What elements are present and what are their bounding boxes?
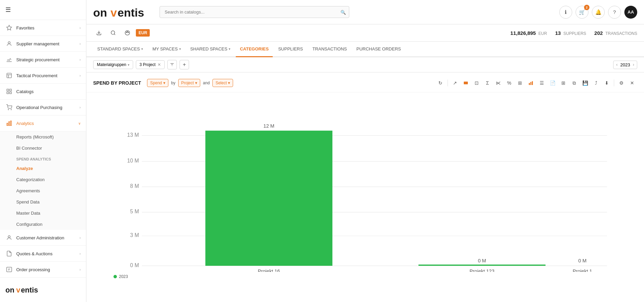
svg-text:0 M: 0 M — [478, 258, 486, 263]
download-toolbar-button[interactable] — [93, 27, 105, 39]
remove-filter-button[interactable]: ✕ — [158, 62, 161, 67]
pivot-button[interactable]: ⧉ — [569, 78, 579, 88]
info-button[interactable]: ℹ — [559, 6, 572, 19]
sidebar-item-tactical-label: Tactical Procurement — [16, 73, 80, 78]
bar-projekt123[interactable] — [418, 264, 545, 266]
tab-my-spaces[interactable]: MY SPACES ▾ — [148, 42, 185, 57]
sidebar-item-order-processing[interactable]: Order processing › — [0, 262, 86, 278]
svg-rect-6 — [10, 92, 12, 94]
currency-badge[interactable]: EUR — [136, 29, 150, 37]
bar-color-button[interactable] — [461, 78, 471, 88]
svg-rect-11 — [11, 121, 12, 126]
svg-rect-5 — [7, 92, 8, 94]
year-nav-control: ‹ 2023 › — [613, 61, 637, 69]
sidebar-sub-analyze[interactable]: Analyze — [0, 163, 86, 174]
palette-toolbar-button[interactable] — [122, 27, 133, 39]
strategic-icon — [5, 56, 13, 63]
sidebar-item-customer-label: Customer Administration — [16, 235, 80, 240]
favorites-icon — [5, 24, 13, 31]
tab-standard-spaces[interactable]: STANDARD SPACES ▾ — [93, 42, 147, 57]
crop-button[interactable]: ⊡ — [472, 78, 482, 88]
sidebar-item-analytics-label: Analytics — [16, 121, 78, 126]
sidebar-item-supplier-management[interactable]: Supplier management › — [0, 36, 86, 52]
sidebar-sub-agreements[interactable]: Agreements — [0, 185, 86, 196]
svg-text:3 M: 3 M — [130, 232, 139, 238]
sidebar-sub-bi-connector[interactable]: BI Connector — [0, 143, 86, 154]
close-chart-button[interactable]: ✕ — [627, 78, 637, 88]
sidebar-sub-categorization[interactable]: Categorization — [0, 174, 86, 185]
catalog-icon — [5, 88, 13, 95]
svg-rect-3 — [7, 89, 8, 91]
save-button[interactable]: 💾 — [580, 78, 590, 88]
svg-text:on: on — [93, 6, 107, 19]
svg-point-12 — [8, 236, 10, 238]
filter-options-button[interactable] — [167, 60, 177, 69]
spend-dropdown[interactable]: Spend ▾ — [147, 79, 168, 87]
arrow-button[interactable]: ↗ — [450, 78, 460, 88]
year-prev-button[interactable]: ‹ — [616, 62, 618, 67]
svg-point-26 — [128, 32, 129, 33]
sidebar-item-analytics[interactable]: Analytics ∨ — [0, 115, 86, 131]
tab-suppliers[interactable]: SUPPLIERS — [274, 42, 307, 57]
refresh-button[interactable]: ↻ — [435, 78, 445, 88]
tab-transactions[interactable]: TRANSACTIONS — [308, 42, 351, 57]
toolbar-stats: 11,826,895 EUR 13 SUPPLIERS 202 TRANSACT… — [511, 30, 637, 36]
user-avatar-button[interactable]: AA — [624, 6, 637, 19]
year-navigation: ‹ 2023 › — [613, 61, 637, 69]
list-view-button[interactable]: ☰ — [537, 78, 547, 88]
share-button[interactable]: ⤴ — [591, 78, 601, 88]
sidebar-item-strategic[interactable]: Strategic procurement › — [0, 52, 86, 68]
group-by-filter[interactable]: Materialgruppen ▾ — [93, 60, 133, 69]
settings-button[interactable]: ⚙ — [616, 78, 626, 88]
and-text: and — [202, 81, 211, 85]
sidebar-item-order-label: Order processing — [16, 267, 80, 272]
tab-purchase-orders[interactable]: PURCHASE ORDERS — [352, 42, 405, 57]
sidebar-item-favorites-label: Favorites — [16, 25, 80, 30]
sidebar-item-quotes[interactable]: Quotes & Auctions › — [0, 246, 86, 262]
svg-text:12 M: 12 M — [264, 123, 274, 129]
help-button[interactable]: ? — [608, 6, 621, 19]
svg-text:Projekt 123: Projekt 123 — [470, 268, 494, 272]
sidebar-sub-configuration[interactable]: Configuration — [0, 219, 86, 230]
search-input[interactable] — [160, 6, 349, 18]
sidebar-item-customer-administration[interactable]: Customer Administration › — [0, 230, 86, 246]
grid-button[interactable]: ⊞ — [515, 78, 525, 88]
sidebar-item-tactical[interactable]: Tactical Procurement › — [0, 68, 86, 84]
tab-shared-spaces[interactable]: SHARED SPACES ▾ — [186, 42, 235, 57]
topbar-logo: on v entis — [93, 4, 147, 20]
sidebar-item-operational-purchasing[interactable]: Operational Purchasing › — [0, 100, 86, 115]
hamburger-icon[interactable]: ☰ — [5, 6, 11, 13]
sidebar-sub-reports[interactable]: Reports (Microsoft) — [0, 131, 86, 143]
chart-body: 0 M 3 M 5 M 8 M 10 M 13 M 12 M Projekt 1… — [86, 92, 644, 298]
notifications-button[interactable]: 🔔 — [592, 6, 605, 19]
svg-text:0 M: 0 M — [578, 258, 586, 263]
sidebar-item-favorites[interactable]: Favorites › — [0, 20, 86, 36]
analytics-icon — [5, 120, 13, 127]
sidebar-item-catalogs[interactable]: Catalogs — [0, 84, 86, 100]
year-next-button[interactable]: › — [633, 62, 634, 67]
bar-projekt16[interactable] — [205, 131, 332, 266]
filter-button[interactable]: ⋉ — [493, 78, 503, 88]
table-button[interactable]: ⊞ — [558, 78, 568, 88]
svg-text:8 M: 8 M — [130, 183, 139, 189]
sidebar-sub-master-data[interactable]: Master Data — [0, 208, 86, 219]
document-button[interactable]: 📄 — [547, 78, 558, 88]
suppliers-count: 13 — [555, 30, 561, 36]
main-content: on v entis 🔍 ℹ 🛒 2 🔔 ? AA — [86, 0, 644, 302]
export-button[interactable]: ⬇ — [602, 78, 612, 88]
chart-type-button[interactable] — [526, 78, 536, 88]
supplier-icon — [5, 40, 13, 47]
topbar: on v entis 🔍 ℹ 🛒 2 🔔 ? AA — [86, 0, 644, 24]
svg-point-21 — [111, 31, 115, 35]
project-dropdown[interactable]: Project ▾ — [178, 79, 200, 87]
percent-button[interactable]: % — [504, 78, 514, 88]
sum-button[interactable]: Σ — [482, 78, 493, 88]
chart-toolbar: ↻ ↗ ⊡ Σ ⋉ % ⊞ ☰ 📄 ⊞ ⧉ 💾 ⤴ ⬇ — [435, 78, 637, 88]
svg-point-1 — [8, 42, 10, 44]
search-toolbar-button[interactable] — [107, 27, 119, 39]
cart-button[interactable]: 🛒 2 — [576, 6, 588, 19]
select-dropdown[interactable]: Select ▾ — [212, 79, 233, 87]
add-filter-button[interactable]: + — [180, 60, 189, 69]
sidebar-sub-spend-data[interactable]: Spend Data — [0, 196, 86, 208]
tab-categories[interactable]: CATEGORIES — [236, 42, 273, 57]
